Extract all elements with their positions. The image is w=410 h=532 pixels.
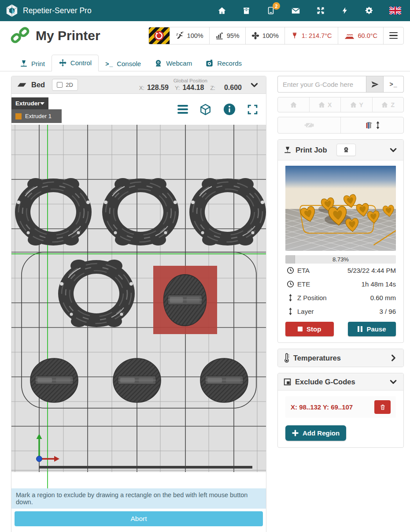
info-icon[interactable] [223, 103, 236, 116]
add-region-button[interactable]: Add Region [285, 425, 346, 441]
view-2d-toggle[interactable]: 2D [52, 79, 78, 91]
home-z-button[interactable]: Z [372, 97, 404, 112]
home-x-label: X [328, 101, 332, 108]
fan-value: 100% [262, 32, 279, 39]
dropdown-caret-icon [40, 102, 44, 105]
heated-bed-icon [344, 32, 355, 40]
bed-render-canvas[interactable] [11, 125, 266, 488]
extruder-temp-value: 1: 214.7°C [302, 32, 332, 39]
print-job-header[interactable]: Print Job [278, 140, 403, 160]
print-job-icon [284, 146, 292, 154]
printer-tabs: Print Control >_ Console Webcam Records [0, 51, 410, 71]
layer-value: 3 / 96 [379, 308, 396, 315]
collapse-exclude-icon[interactable] [389, 377, 398, 386]
stop-label: Stop [307, 325, 321, 333]
collapse-bed-view-icon[interactable] [250, 80, 259, 89]
plus-icon [292, 430, 299, 436]
print-job-panel: Print Job [277, 139, 404, 343]
temperatures-header[interactable]: Temperatures [278, 349, 403, 367]
tab-control-label: Control [70, 59, 92, 67]
menu-icon [389, 32, 398, 39]
bed-temperature[interactable]: 60.0°C [338, 27, 384, 44]
settings-gear-icon[interactable] [365, 6, 373, 15]
move-cross-icon [59, 59, 67, 67]
messages-icon[interactable] [291, 6, 300, 15]
home-z-label: Z [391, 101, 395, 108]
bed-icon [17, 82, 28, 88]
home-all-button[interactable] [278, 97, 309, 112]
expand-temperatures-icon[interactable] [389, 353, 398, 362]
page-title: My Printer [36, 28, 100, 43]
global-position: Global Position X: 128.59 Y: 144.18 Z: 0… [139, 78, 242, 92]
z-position-value: 0.60 mm [370, 294, 396, 301]
printer-header: My Printer 100% 95% 100% 1: [0, 21, 410, 51]
extruder-dropdown[interactable]: Extruder [11, 97, 48, 109]
pause-icon [358, 326, 363, 332]
server-archive-icon[interactable] [242, 7, 251, 15]
top-navbar: Repetier-Server Pro 2 [0, 0, 410, 21]
extruder-legend-item[interactable]: Extruder 1 [11, 109, 62, 123]
extruder-legend-label: Extruder 1 [25, 113, 52, 119]
collapse-print-job-icon[interactable] [389, 145, 398, 154]
exclude-gcodes-title: Exclude G-Codes [295, 378, 355, 386]
global-position-label: Global Position [139, 78, 242, 83]
up-down-arrow-icon [285, 308, 295, 315]
home-icon[interactable] [218, 6, 226, 15]
progress-percent: 8.73% [285, 255, 396, 264]
tab-console[interactable]: >_ Console [99, 56, 148, 71]
repetier-logo-icon [5, 4, 18, 17]
exclude-gcodes-header[interactable]: Exclude G-Codes [278, 373, 403, 391]
tab-print[interactable]: Print [13, 56, 52, 71]
canvas-toolbar: Extruder Extruder 1 [11, 94, 266, 125]
canvas-menu-icon[interactable] [177, 105, 188, 114]
tab-control[interactable]: Control [52, 55, 99, 71]
extruder-temperature[interactable]: 1: 214.7°C [284, 27, 338, 44]
brand[interactable]: Repetier-Server Pro [5, 4, 92, 17]
language-flag-icon[interactable] [389, 7, 401, 15]
printer-menu-button[interactable] [383, 27, 403, 44]
tab-records[interactable]: Records [199, 56, 248, 71]
layer-label: Layer [297, 308, 314, 315]
excluded-region-item[interactable]: X: 98..132 Y: 69..107 [285, 396, 396, 418]
send-gcode-button[interactable] [366, 76, 384, 93]
power-bolt-icon[interactable] [341, 7, 349, 15]
speed-multiplier[interactable]: 100% [170, 27, 209, 44]
fullscreen-brackets-icon[interactable] [247, 104, 258, 115]
z-axis-label: Z: [210, 85, 215, 91]
pause-button[interactable]: Pause [348, 322, 396, 336]
x-position-value: 128.59 [147, 84, 169, 92]
filament-change-button[interactable] [340, 117, 403, 133]
printers-icon[interactable]: 2 [266, 6, 275, 15]
extruder-selector: Extruder Extruder 1 [11, 97, 62, 123]
view-3d-cube-icon[interactable] [199, 103, 212, 116]
y-axis-label: Y: [175, 85, 180, 91]
flow-multiplier[interactable]: 95% [209, 27, 245, 44]
bed-view-card: Bed 2D Global Position X: 128.59 Y: 144.… [11, 76, 266, 532]
layer-row: Layer 3 / 96 [285, 305, 396, 318]
bed-view-title: Bed [31, 81, 45, 89]
print-job-preview-image [285, 166, 396, 251]
thermometer-icon [284, 353, 289, 363]
home-x-button[interactable]: X [309, 97, 341, 112]
print-job-webcam-button[interactable] [336, 144, 356, 156]
motors-off-button[interactable] [278, 117, 340, 133]
print-job-title: Print Job [295, 146, 327, 154]
tab-webcam[interactable]: Webcam [148, 56, 199, 71]
abort-button[interactable]: Abort [15, 511, 263, 526]
fan-speed[interactable]: 100% [245, 27, 284, 44]
home-y-button[interactable]: Y [340, 97, 372, 112]
tab-records-label: Records [217, 60, 242, 67]
open-console-button[interactable]: >_ [384, 76, 404, 93]
clock-icon [285, 280, 295, 288]
fullscreen-expand-icon[interactable] [316, 6, 325, 15]
link-chain-icon[interactable] [10, 25, 30, 46]
stop-button[interactable]: Stop [285, 322, 334, 336]
delete-region-button[interactable] [374, 400, 391, 414]
emergency-stop-button[interactable] [149, 27, 170, 44]
flow-value: 95% [227, 32, 240, 39]
exclude-info-message: Mark a region to exclude by drawing a re… [11, 488, 266, 509]
exclude-region-icon [284, 378, 291, 386]
gcode-input[interactable] [277, 76, 366, 93]
view-2d-label: 2D [66, 82, 73, 88]
tab-console-label: Console [117, 60, 141, 67]
